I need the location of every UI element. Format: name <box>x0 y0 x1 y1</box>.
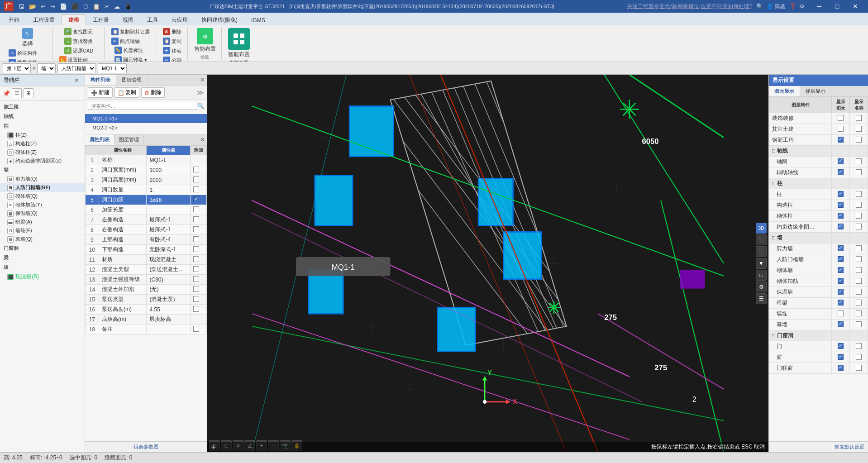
find-element-btn[interactable]: 🔍查找图元 <box>62 27 95 36</box>
nav-list-view-btn[interactable]: ☰ <box>12 88 22 98</box>
attr-checkbox[interactable] <box>193 276 199 282</box>
model-select[interactable]: MQ1-1 <box>98 63 127 73</box>
nav-item-thermal-wall[interactable]: ▦保温墙(Q) <box>0 209 85 218</box>
attr-row-attach[interactable] <box>191 235 207 245</box>
nav-close-btn[interactable]: ✕ <box>72 77 81 84</box>
attr-row-attach[interactable] <box>191 315 207 325</box>
attr-row-value[interactable]: 1000 <box>147 165 191 175</box>
restore-default-btn[interactable]: 恢复默认设置 <box>769 441 868 452</box>
delete-btn[interactable]: ✖删除 <box>161 27 184 36</box>
canvas-nav3-btn[interactable]: ▼ <box>756 258 767 269</box>
attr-checkbox[interactable] <box>193 206 199 212</box>
nav-item-curtain-wall[interactable]: ⊞幕墙(Q) <box>0 235 85 243</box>
select-button[interactable]: ↖ 选择 <box>19 27 36 48</box>
attr-row-attach[interactable] <box>191 155 207 165</box>
smart-layout-big-btn[interactable]: ⊕ 智能布置 <box>192 27 218 54</box>
attr-row-attach[interactable] <box>191 165 207 175</box>
attr-checkbox[interactable] <box>193 296 199 302</box>
attr-row-value[interactable]: 有卧式-4 <box>147 235 191 245</box>
cut-quick-btn[interactable]: ✂ <box>103 2 111 11</box>
comp-panel-close[interactable]: ✕ <box>198 75 207 85</box>
close-button[interactable]: ✕ <box>846 0 864 13</box>
attr-row-value[interactable]: (泵送混凝土… <box>147 265 191 275</box>
comp-search-icon[interactable]: 🔍 <box>197 103 204 109</box>
tab-project-settings[interactable]: 工程设置 <box>26 14 62 25</box>
nav-grid-view-btn[interactable]: ⊞ <box>24 88 33 98</box>
find-replace-btn[interactable]: ↔查找替换 <box>62 37 95 46</box>
attr-checkbox[interactable] <box>193 266 199 272</box>
redo-quick-btn[interactable]: ↪ <box>49 2 57 11</box>
attr-checkbox[interactable] <box>193 216 199 222</box>
comp-tab-drawing[interactable]: 图纸管理 <box>116 75 148 85</box>
attr-checkbox[interactable] <box>193 177 199 182</box>
element-select[interactable]: 人防门框墙 <box>57 63 96 73</box>
attr-row-attach[interactable] <box>191 185 207 195</box>
attr-tab-layer[interactable]: 图层管理 <box>114 134 144 145</box>
nav-item-masonry-column[interactable]: □砌体柱(Z) <box>0 148 85 157</box>
attr-row-value[interactable]: 4.55 <box>147 305 191 315</box>
attr-row-attach[interactable] <box>191 195 207 205</box>
attr-row-value[interactable] <box>147 325 191 334</box>
save-quick-btn[interactable]: 🖫 <box>17 2 26 11</box>
nav-item-masonry-wall[interactable]: □砌体墙(Q) <box>0 192 85 200</box>
delete-comp-btn[interactable]: 🗑 删除 <box>141 87 165 98</box>
attr-checkbox[interactable] <box>193 306 199 312</box>
copy-quick-btn[interactable]: 📋 <box>91 2 101 11</box>
nav-item-shear-wall[interactable]: ⊠剪力墙(Q) <box>0 175 85 183</box>
canvas-area[interactable]: 6050 275 275 2 MQ1-1 X Y ⊡ □ ✕ ∠ <box>207 75 768 452</box>
copy-btn[interactable]: 📋复制 <box>161 37 184 46</box>
tab-view[interactable]: 视图 <box>116 14 140 25</box>
move-btn[interactable]: ✛移动 <box>161 46 184 55</box>
nav-item-cast-slab[interactable]: ⬛ 现浇板(B) <box>0 272 85 282</box>
view-quick-btn[interactable]: ⬛ <box>70 2 80 11</box>
attr-row-value[interactable]: (无) <box>147 285 191 295</box>
maximize-button[interactable]: □ <box>828 0 846 13</box>
tab-tools[interactable]: 工具 <box>140 14 165 25</box>
attr-row-value[interactable]: 1 <box>147 185 191 195</box>
new-quick-btn[interactable]: 📄 <box>58 2 68 11</box>
new-comp-btn[interactable]: ➕ 新建 <box>88 87 113 98</box>
two-point-axis-btn[interactable]: ✏两点辅轴 <box>109 37 152 46</box>
display-tab-floor[interactable]: 楼层显示 <box>800 86 831 96</box>
attr-row-attach[interactable] <box>191 265 207 275</box>
canvas-nav2-btn[interactable]: ⬛ <box>756 246 767 257</box>
attr-row-value[interactable]: 无卧深式-1 <box>147 245 191 255</box>
help-icon[interactable]: ❓ <box>789 3 796 10</box>
tab-quantity[interactable]: 工程量 <box>86 14 116 25</box>
nav-item-structure-column[interactable]: △构造柱(Z) <box>0 139 85 148</box>
attr-row-attach[interactable] <box>191 245 207 255</box>
attr-row-value[interactable]: (混凝土泵) <box>147 295 191 305</box>
attr-row-attach[interactable] <box>191 275 207 285</box>
attr-checkbox[interactable] <box>193 286 199 292</box>
nav-item-masonry-rebar[interactable]: ≡砌体加筋(Y) <box>0 200 85 209</box>
nav-pin-icon[interactable]: 📌 <box>3 90 10 97</box>
attr-row-value[interactable]: 3⌀16 <box>147 195 191 205</box>
help-link[interactable]: 关注三维显示图元/轴网有错位,位置不对应如何处理? <box>627 3 752 10</box>
grid-quick-btn[interactable]: ⬡ <box>82 2 90 11</box>
attr-row-attach[interactable] <box>191 325 207 334</box>
attr-checkbox[interactable] <box>193 226 199 232</box>
canvas-settings-btn[interactable]: ⚙ <box>756 282 767 292</box>
comp-tab-list[interactable]: 构件列表 <box>85 75 116 85</box>
type-select[interactable]: 墙 <box>37 63 56 73</box>
attr-checkbox[interactable] <box>193 167 199 172</box>
attr-tab-list[interactable]: 属性列表 <box>85 134 114 145</box>
tab-igms[interactable]: IGMS <box>244 14 272 25</box>
attr-row-attach[interactable] <box>191 175 207 185</box>
comp-search-input[interactable] <box>88 102 197 110</box>
attr-row-value[interactable] <box>147 205 191 215</box>
copy-comp-btn[interactable]: 📋 复制 <box>114 87 139 98</box>
attr-row-attach[interactable] <box>191 215 207 225</box>
search-icon[interactable]: 🔍 <box>756 3 763 10</box>
user-icon[interactable]: 👤 陈鑫 <box>767 3 786 10</box>
nav-item-wall-ledge[interactable]: ⊓墙垛(E) <box>0 226 85 235</box>
attr-checkbox[interactable] <box>193 186 199 192</box>
attr-panel-close[interactable]: ✕ <box>198 134 207 145</box>
nav-item-civil-defense-wall[interactable]: ⊞人防门框墙(RF) <box>0 183 85 192</box>
tab-collab[interactable]: 协同建模(限免) <box>195 14 244 25</box>
tab-modeling[interactable]: 建模 <box>62 14 86 25</box>
attr-checkbox[interactable] <box>193 236 199 242</box>
attr-row-value[interactable]: 最薄式-1 <box>147 225 191 235</box>
comp-item-mq2-1[interactable]: MQ2-1 <2> <box>85 123 207 132</box>
display-tab-element[interactable]: 图元显示 <box>769 86 800 96</box>
